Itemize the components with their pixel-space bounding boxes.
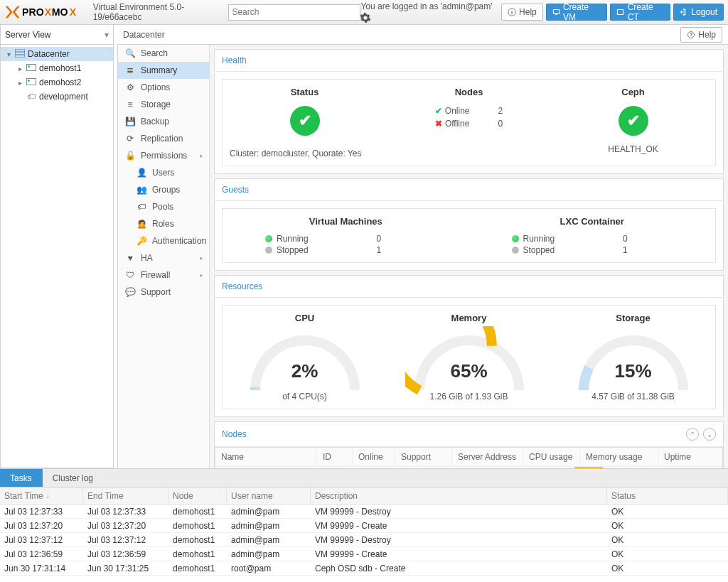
col-node[interactable]: Node [168, 487, 227, 504]
nav-item-users[interactable]: 👤Users [118, 164, 209, 181]
log-row[interactable]: Jul 03 12:37:12Jul 03 12:37:12demohost1a… [0, 533, 728, 547]
nav-item-summary[interactable]: ≣Summary [118, 62, 209, 79]
check-icon: ✔ [619, 106, 648, 136]
resource-gauge: Memory 65%1.26 GiB of 1.93 GiB [387, 306, 551, 409]
log-row[interactable]: Jul 03 12:36:59Jul 03 12:36:59demohost1a… [0, 547, 728, 561]
search-input[interactable] [228, 4, 360, 21]
tab-cluster-log[interactable]: Cluster log [43, 469, 104, 487]
log-row[interactable]: Jul 03 12:37:20Jul 03 12:37:20demohost1a… [0, 519, 728, 533]
nav-item-search[interactable]: 🔍Search [118, 45, 209, 62]
gear-icon[interactable] [360, 13, 370, 25]
save-icon: 💾 [125, 117, 135, 126]
key-icon: 🔑 [136, 236, 146, 246]
health-nodes: Nodes ✔ Online 2 ✖ Offline 0 [387, 80, 551, 166]
create-ct-button[interactable]: Create CT [610, 4, 670, 21]
breadcrumb-title: Datacenter [123, 30, 165, 40]
tree-item-pool[interactable]: 🏷 development [1, 90, 113, 104]
nav-item-options[interactable]: ⚙Options [118, 79, 209, 96]
nav-item-pools[interactable]: 🏷Pools [118, 198, 209, 215]
comment-icon: 💬 [125, 287, 135, 297]
nav-item-roles[interactable]: 🙍Roles [118, 215, 209, 232]
logo: PRO X MO X [0, 5, 92, 19]
body: ▾ Datacenter ▸ demohost1 ▸ demohost2 🏷 d… [0, 45, 728, 468]
svg-text:X: X [45, 6, 52, 18]
help-button[interactable]: i Help [501, 4, 543, 21]
tree-item-node[interactable]: ▸ demohost2 [1, 75, 113, 90]
top-bar: PRO X MO X Virtual Environment 5.0-19/e6… [0, 0, 728, 25]
resource-gauge: CPU 2%of 4 CPU(s) [223, 306, 387, 409]
resource-gauge: Storage 15%4.57 GiB of 31.38 GiB [551, 306, 715, 409]
resources-panel: Resources CPU 2%of 4 CPU(s)Memory 65%1.2… [214, 275, 724, 417]
dot-running-icon [512, 235, 519, 242]
svg-rect-6 [553, 9, 559, 14]
server-icon [26, 77, 36, 87]
collapse-icon[interactable]: ▾ [5, 50, 12, 58]
collapse-down-icon[interactable]: ⌄ [703, 428, 716, 441]
svg-text:X: X [70, 6, 77, 18]
nav-item-firewall[interactable]: 🛡Firewall▸ [118, 266, 209, 284]
content: Health Status ✔ Cluster: democluster, Qu… [210, 45, 728, 468]
nodes-col[interactable]: Server Address [452, 448, 523, 467]
svg-rect-11 [15, 49, 25, 58]
nav-item-groups[interactable]: 👥Groups [118, 181, 209, 198]
expand-icon[interactable]: ▸ [16, 65, 23, 72]
config-nav: 🔍Search≣Summary⚙Options≡Storage💾Backup⟳R… [117, 45, 210, 468]
svg-text:i: i [511, 9, 513, 16]
nodes-col[interactable]: Uptime [658, 448, 722, 467]
nodes-col[interactable]: ID [317, 448, 353, 467]
nav-item-backup[interactable]: 💾Backup [118, 113, 209, 130]
panel-help-button[interactable]: ? Help [680, 27, 722, 43]
refresh-icon: ⟳ [125, 134, 135, 144]
sort-desc-icon: ↓ [46, 492, 50, 500]
svg-rect-7 [555, 14, 557, 15]
svg-text:PRO: PRO [22, 6, 44, 18]
svg-text:?: ? [690, 32, 692, 37]
gear-icon: ⚙ [125, 82, 135, 92]
users-icon: 👥 [136, 185, 146, 195]
col-end-time[interactable]: End Time [83, 487, 168, 504]
create-vm-button[interactable]: Create VM [546, 4, 608, 21]
expand-icon[interactable]: ▸ [16, 79, 23, 87]
check-icon: ✔ [290, 106, 320, 136]
heart-icon: ♥ [125, 253, 135, 263]
health-panel: Health Status ✔ Cluster: democluster, Qu… [214, 49, 724, 174]
tree-item-datacenter[interactable]: ▾ Datacenter [1, 47, 113, 61]
svg-text:MO: MO [52, 6, 68, 18]
dot-stopped-icon [265, 247, 272, 254]
tab-tasks[interactable]: Tasks [0, 469, 43, 487]
log-row[interactable]: Jul 03 12:37:33Jul 03 12:37:33demohost1a… [0, 505, 728, 519]
chevron-right-icon: ▸ [200, 152, 203, 159]
nodes-col[interactable]: Name [215, 448, 317, 467]
col-start-time[interactable]: Start Time↓ [0, 487, 83, 504]
view-selector[interactable]: Server View ▾ [0, 25, 114, 45]
tree-item-node[interactable]: ▸ demohost1 [1, 61, 113, 75]
logout-button[interactable]: Logout [673, 4, 724, 21]
nodes-col[interactable]: Support [395, 448, 452, 467]
nav-item-support[interactable]: 💬Support [118, 284, 209, 301]
nav-item-replication[interactable]: ⟳Replication [118, 130, 209, 147]
search-icon: 🔍 [125, 48, 135, 58]
col-description[interactable]: Description [311, 487, 607, 504]
nodes-col[interactable]: Online [353, 448, 395, 467]
bar-indicator [574, 467, 603, 468]
col-status[interactable]: Status [607, 487, 728, 504]
user-icon: 👤 [136, 168, 146, 178]
col-user[interactable]: User name [227, 487, 311, 504]
tag-icon: 🏷 [26, 92, 36, 102]
nodes-panel: Nodes ⌃ ⌄ NameIDOnlineSupportServer Addr… [214, 421, 724, 468]
male-icon: 🙍 [136, 219, 146, 229]
log-header: Start Time↓ End Time Node User name Desc… [0, 487, 728, 505]
collapse-up-icon[interactable]: ⌃ [686, 428, 699, 441]
guests-panel: Guests Virtual Machines Running0 Stopped… [214, 178, 724, 271]
nodes-col[interactable]: Memory usage [580, 448, 658, 467]
datacenter-icon [15, 49, 25, 60]
nav-item-authentication[interactable]: 🔑Authentication [118, 232, 209, 249]
nav-item-ha[interactable]: ♥HA▸ [118, 249, 209, 266]
nav-item-storage[interactable]: ≡Storage [118, 96, 209, 113]
nodes-col[interactable]: CPU usage [523, 448, 580, 467]
log-row[interactable]: Jun 30 17:31:14Jun 30 17:31:25demohost1r… [0, 561, 728, 576]
nav-item-permissions[interactable]: 🔓Permissions▸ [118, 147, 209, 164]
dot-stopped-icon [512, 247, 519, 254]
chevron-right-icon: ▸ [200, 254, 203, 262]
search-box [228, 4, 360, 21]
